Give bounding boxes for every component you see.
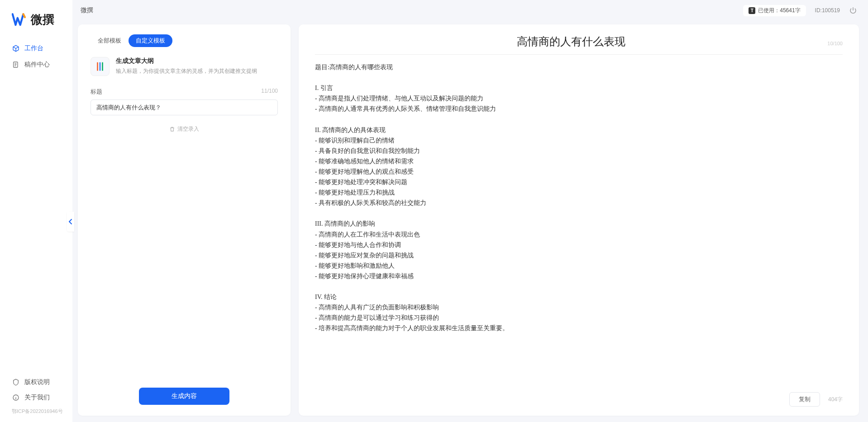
template-desc: 输入标题，为你提供文章主体的灵感，并为其创建推文提纲: [116, 67, 257, 75]
clear-input-button[interactable]: 清空录入: [91, 125, 278, 133]
sidebar-bottom: 版权说明 关于我们 鄂ICP备2022016946号: [0, 375, 72, 417]
title-label: 标题: [91, 88, 102, 96]
title-char-count: 11/100: [261, 88, 278, 96]
usage-prefix: 已使用：: [758, 7, 780, 14]
copy-button[interactable]: 复制: [789, 392, 820, 407]
output-count-top: 10/100: [827, 41, 843, 46]
app-logo: 微撰: [0, 8, 72, 40]
sidebar: 微撰 工作台 稿件中心 版权说明: [0, 0, 72, 422]
template-card: 生成文章大纲 输入标题，为你提供文章主体的灵感，并为其创建推文提纲: [91, 57, 278, 76]
template-icon: [91, 57, 110, 76]
nav-label: 版权说明: [24, 378, 50, 386]
nav-label: 稿件中心: [24, 61, 50, 69]
template-tabs: 全部模板 自定义模板: [91, 34, 278, 47]
output-title: 高情商的人有什么表现: [315, 34, 827, 49]
power-icon[interactable]: [849, 6, 857, 14]
input-panel: 全部模板 自定义模板 生成文章大纲 输入标题，为你提供文章主体的灵感，并为其创建…: [78, 24, 291, 416]
output-panel: 高情商的人有什么表现 10/100 题目:高情商的人有哪些表现 I. 引言 - …: [299, 24, 859, 416]
title-form-row: 标题 11/100: [91, 88, 278, 115]
nav-about[interactable]: 关于我们: [0, 390, 72, 405]
main-nav: 工作台 稿件中心: [0, 40, 72, 375]
template-title: 生成文章大纲: [116, 57, 257, 65]
generate-button[interactable]: 生成内容: [139, 388, 229, 405]
output-char-count: 404字: [828, 396, 843, 403]
nav-label: 工作台: [24, 44, 43, 52]
clear-label: 清空录入: [177, 125, 199, 133]
nav-drafts[interactable]: 稿件中心: [0, 57, 72, 73]
logo-icon: [12, 13, 27, 27]
output-body[interactable]: 题目:高情商的人有哪些表现 I. 引言 - 高情商是指人们处理情绪、与他人互动以…: [315, 62, 843, 387]
shield-icon: [12, 378, 20, 386]
nav-workbench[interactable]: 工作台: [0, 40, 72, 57]
usage-indicator[interactable]: T 已使用： 45641字: [743, 5, 806, 16]
title-input[interactable]: [91, 100, 278, 115]
tab-all-templates[interactable]: 全部模板: [91, 34, 129, 47]
tab-custom-templates[interactable]: 自定义模板: [129, 34, 172, 47]
info-icon: [12, 394, 20, 402]
text-badge-icon: T: [749, 7, 755, 14]
logo-text: 微撰: [31, 12, 54, 28]
output-header: 高情商的人有什么表现 10/100: [315, 34, 843, 55]
sidebar-collapse-handle[interactable]: [67, 212, 74, 232]
page-title: 微撰: [81, 6, 93, 14]
output-footer: 复制 404字: [315, 387, 843, 407]
doc-list-icon: [12, 61, 20, 69]
nav-label: 关于我们: [24, 394, 50, 402]
cube-icon: [12, 44, 20, 52]
usage-value: 45641字: [780, 7, 800, 14]
user-id: ID:100519: [815, 7, 840, 14]
trash-icon: [169, 126, 176, 133]
topbar: 微撰 T 已使用： 45641字 ID:100519: [72, 0, 868, 21]
icp-text: 鄂ICP备2022016946号: [0, 405, 72, 415]
nav-copyright[interactable]: 版权说明: [0, 375, 72, 390]
